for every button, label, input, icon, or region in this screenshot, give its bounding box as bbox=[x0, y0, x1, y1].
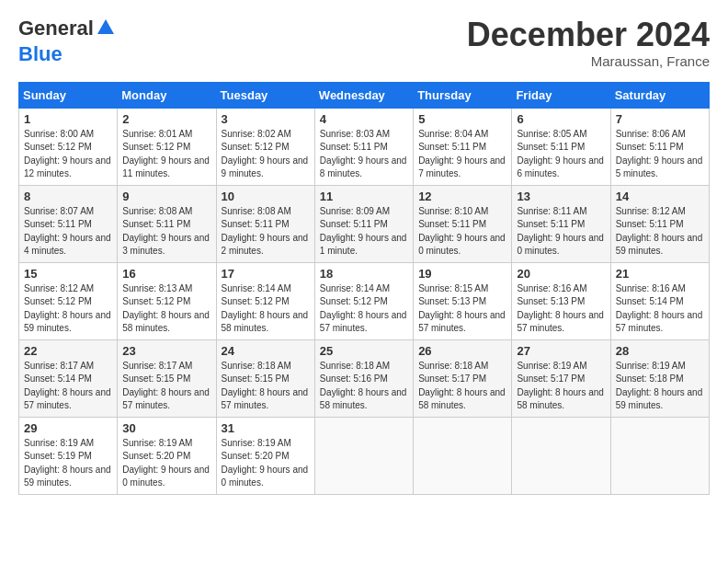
day-number: 17 bbox=[222, 267, 310, 281]
location: Maraussan, France bbox=[467, 53, 710, 69]
day-number: 6 bbox=[517, 112, 605, 126]
day-number: 15 bbox=[24, 267, 112, 281]
calendar-table: Sunday Monday Tuesday Wednesday Thursday… bbox=[18, 82, 710, 495]
day-number: 8 bbox=[24, 190, 112, 203]
cell-text: Sunrise: 8:14 AMSunset: 5:12 PMDaylight:… bbox=[222, 283, 309, 334]
calendar-cell-19: 19Sunrise: 8:15 AMSunset: 5:13 PMDayligh… bbox=[414, 262, 512, 339]
cell-text: Sunrise: 8:19 AMSunset: 5:20 PMDaylight:… bbox=[222, 438, 309, 488]
cell-text: Sunrise: 8:07 AMSunset: 5:11 PMDaylight:… bbox=[24, 206, 111, 257]
day-number: 27 bbox=[517, 344, 605, 358]
logo-general: General bbox=[18, 17, 94, 40]
calendar-cell-4: 4Sunrise: 8:03 AMSunset: 5:11 PMDaylight… bbox=[314, 108, 413, 185]
day-number: 10 bbox=[222, 190, 310, 203]
calendar-cell-15: 15Sunrise: 8:12 AMSunset: 5:12 PMDayligh… bbox=[19, 262, 118, 339]
cell-text: Sunrise: 8:09 AMSunset: 5:11 PMDaylight:… bbox=[320, 206, 407, 257]
calendar-cell-27: 27Sunrise: 8:19 AMSunset: 5:17 PMDayligh… bbox=[512, 339, 610, 417]
calendar-cell-empty bbox=[610, 417, 709, 494]
cell-text: Sunrise: 8:19 AMSunset: 5:17 PMDaylight:… bbox=[517, 361, 604, 411]
cell-text: Sunrise: 8:10 AMSunset: 5:11 PMDaylight:… bbox=[418, 206, 506, 257]
cell-text: Sunrise: 8:19 AMSunset: 5:20 PMDaylight:… bbox=[122, 438, 210, 488]
calendar-cell-7: 7Sunrise: 8:06 AMSunset: 5:11 PMDaylight… bbox=[610, 108, 709, 185]
calendar-cell-18: 18Sunrise: 8:14 AMSunset: 5:12 PMDayligh… bbox=[314, 262, 413, 339]
logo-blue: Blue bbox=[18, 42, 116, 65]
month-title: December 2024 bbox=[467, 17, 710, 53]
day-number: 19 bbox=[418, 267, 506, 281]
calendar-cell-28: 28Sunrise: 8:19 AMSunset: 5:18 PMDayligh… bbox=[610, 339, 709, 417]
calendar-week-2: 8Sunrise: 8:07 AMSunset: 5:11 PMDaylight… bbox=[19, 185, 710, 262]
page: General Blue December 2024 Maraussan, Fr… bbox=[0, 0, 728, 504]
calendar-cell-29: 29Sunrise: 8:19 AMSunset: 5:19 PMDayligh… bbox=[19, 417, 118, 494]
cell-text: Sunrise: 8:18 AMSunset: 5:15 PMDaylight:… bbox=[222, 361, 309, 411]
logo: General Blue bbox=[18, 17, 116, 65]
title-block: December 2024 Maraussan, France bbox=[467, 17, 710, 69]
calendar-cell-5: 5Sunrise: 8:04 AMSunset: 5:11 PMDaylight… bbox=[414, 108, 512, 185]
day-number: 14 bbox=[616, 190, 704, 203]
calendar-cell-6: 6Sunrise: 8:05 AMSunset: 5:11 PMDaylight… bbox=[512, 108, 610, 185]
cell-text: Sunrise: 8:05 AMSunset: 5:11 PMDaylight:… bbox=[517, 129, 604, 179]
calendar-cell-8: 8Sunrise: 8:07 AMSunset: 5:11 PMDaylight… bbox=[19, 185, 118, 262]
day-number: 9 bbox=[122, 190, 210, 203]
calendar-cell-1: 1Sunrise: 8:00 AMSunset: 5:12 PMDaylight… bbox=[19, 108, 118, 185]
day-number: 22 bbox=[24, 344, 112, 358]
cell-text: Sunrise: 8:14 AMSunset: 5:12 PMDaylight:… bbox=[320, 283, 407, 334]
day-number: 2 bbox=[122, 112, 210, 126]
calendar-week-1: 1Sunrise: 8:00 AMSunset: 5:12 PMDaylight… bbox=[19, 108, 710, 185]
header-monday: Monday bbox=[118, 82, 216, 108]
cell-text: Sunrise: 8:19 AMSunset: 5:18 PMDaylight:… bbox=[616, 361, 703, 411]
cell-text: Sunrise: 8:02 AMSunset: 5:12 PMDaylight:… bbox=[222, 129, 309, 179]
day-number: 4 bbox=[320, 112, 408, 126]
day-number: 21 bbox=[616, 267, 704, 281]
day-number: 31 bbox=[222, 421, 310, 435]
day-number: 11 bbox=[320, 190, 408, 203]
day-number: 13 bbox=[517, 190, 605, 203]
calendar-cell-25: 25Sunrise: 8:18 AMSunset: 5:16 PMDayligh… bbox=[314, 339, 413, 417]
calendar-cell-11: 11Sunrise: 8:09 AMSunset: 5:11 PMDayligh… bbox=[314, 185, 413, 262]
header: General Blue December 2024 Maraussan, Fr… bbox=[18, 17, 710, 69]
cell-text: Sunrise: 8:15 AMSunset: 5:13 PMDaylight:… bbox=[418, 283, 506, 334]
cell-text: Sunrise: 8:08 AMSunset: 5:11 PMDaylight:… bbox=[122, 206, 210, 257]
day-number: 25 bbox=[320, 344, 408, 358]
calendar-cell-3: 3Sunrise: 8:02 AMSunset: 5:12 PMDaylight… bbox=[216, 108, 314, 185]
calendar-cell-22: 22Sunrise: 8:17 AMSunset: 5:14 PMDayligh… bbox=[19, 339, 118, 417]
calendar-cell-13: 13Sunrise: 8:11 AMSunset: 5:11 PMDayligh… bbox=[512, 185, 610, 262]
cell-text: Sunrise: 8:17 AMSunset: 5:14 PMDaylight:… bbox=[24, 361, 111, 411]
calendar-cell-26: 26Sunrise: 8:18 AMSunset: 5:17 PMDayligh… bbox=[414, 339, 512, 417]
cell-text: Sunrise: 8:08 AMSunset: 5:11 PMDaylight:… bbox=[222, 206, 309, 257]
day-number: 16 bbox=[122, 267, 210, 281]
header-saturday: Saturday bbox=[610, 82, 709, 108]
day-number: 24 bbox=[222, 344, 310, 358]
cell-text: Sunrise: 8:04 AMSunset: 5:11 PMDaylight:… bbox=[418, 129, 506, 179]
day-number: 7 bbox=[616, 112, 704, 126]
calendar-cell-14: 14Sunrise: 8:12 AMSunset: 5:11 PMDayligh… bbox=[610, 185, 709, 262]
day-number: 26 bbox=[418, 344, 506, 358]
day-number: 12 bbox=[418, 190, 506, 203]
svg-marker-0 bbox=[97, 19, 114, 34]
cell-text: Sunrise: 8:13 AMSunset: 5:12 PMDaylight:… bbox=[122, 283, 210, 334]
day-number: 29 bbox=[24, 421, 112, 435]
day-number: 28 bbox=[616, 344, 704, 358]
calendar-cell-30: 30Sunrise: 8:19 AMSunset: 5:20 PMDayligh… bbox=[118, 417, 216, 494]
header-friday: Friday bbox=[512, 82, 610, 108]
header-thursday: Thursday bbox=[414, 82, 512, 108]
calendar-week-5: 29Sunrise: 8:19 AMSunset: 5:19 PMDayligh… bbox=[19, 417, 710, 494]
calendar-week-3: 15Sunrise: 8:12 AMSunset: 5:12 PMDayligh… bbox=[19, 262, 710, 339]
cell-text: Sunrise: 8:12 AMSunset: 5:11 PMDaylight:… bbox=[616, 206, 703, 257]
calendar-cell-31: 31Sunrise: 8:19 AMSunset: 5:20 PMDayligh… bbox=[216, 417, 314, 494]
header-tuesday: Tuesday bbox=[216, 82, 314, 108]
calendar-cell-2: 2Sunrise: 8:01 AMSunset: 5:12 PMDaylight… bbox=[118, 108, 216, 185]
day-number: 20 bbox=[517, 267, 605, 281]
cell-text: Sunrise: 8:16 AMSunset: 5:14 PMDaylight:… bbox=[616, 283, 703, 334]
day-number: 30 bbox=[122, 421, 210, 435]
logo-icon bbox=[96, 17, 116, 38]
calendar-cell-12: 12Sunrise: 8:10 AMSunset: 5:11 PMDayligh… bbox=[414, 185, 512, 262]
day-number: 3 bbox=[222, 112, 310, 126]
calendar-cell-21: 21Sunrise: 8:16 AMSunset: 5:14 PMDayligh… bbox=[610, 262, 709, 339]
day-number: 23 bbox=[122, 344, 210, 358]
calendar-cell-9: 9Sunrise: 8:08 AMSunset: 5:11 PMDaylight… bbox=[118, 185, 216, 262]
day-number: 5 bbox=[418, 112, 506, 126]
cell-text: Sunrise: 8:06 AMSunset: 5:11 PMDaylight:… bbox=[616, 129, 703, 179]
cell-text: Sunrise: 8:18 AMSunset: 5:17 PMDaylight:… bbox=[418, 361, 506, 411]
cell-text: Sunrise: 8:01 AMSunset: 5:12 PMDaylight:… bbox=[122, 129, 210, 179]
calendar-cell-20: 20Sunrise: 8:16 AMSunset: 5:13 PMDayligh… bbox=[512, 262, 610, 339]
cell-text: Sunrise: 8:19 AMSunset: 5:19 PMDaylight:… bbox=[24, 438, 111, 488]
